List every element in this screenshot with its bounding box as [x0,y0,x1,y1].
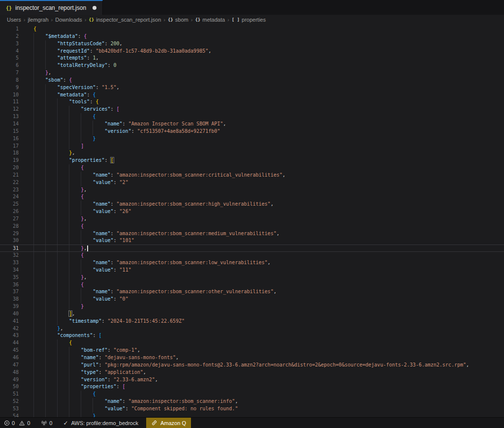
code-line-15[interactable]: 15"version": "cf513507+4ae8a58d+92271fb0… [0,128,504,135]
indent-guide [57,252,58,259]
code-line-43[interactable]: 43"components": [ [0,332,504,339]
indent-guide [69,252,69,259]
ports-indicator[interactable]: 0 [38,418,55,428]
code-line-18[interactable]: 18}, [0,150,504,157]
code-line-54[interactable]: 54} [0,413,504,417]
indent-guide [69,362,69,369]
code-line-31[interactable]: 31}, [0,245,504,252]
code-line-36[interactable]: 36{ [0,281,504,289]
code-line-4[interactable]: 4"requestId": "bb420bdf-1c57-48d9-b2db-3… [0,48,504,55]
json-string: "1.5" [101,85,116,90]
code-line-11[interactable]: 11"tools": { [0,98,504,106]
code-line-21[interactable]: 21"name": "amazon:inspector:sbom_scanner… [0,172,504,179]
code-line-38[interactable]: 38"value": "0" [0,296,504,303]
code-line-28[interactable]: 28{ [0,223,504,230]
code-line-2[interactable]: 2"$metadata": { [0,33,504,40]
breadcrumb-item[interactable]: {}metadata [195,17,225,23]
code-editor[interactable]: 1{2"$metadata": {3"httpStatusCode": 200,… [0,25,504,417]
code-line-16[interactable]: 16} [0,135,504,143]
code-line-8[interactable]: 8"sbom": { [0,77,504,84]
json-token: , [84,275,87,280]
tab-inspector-scan-report[interactable]: {} inspector_scan_report.json [0,0,103,15]
code-line-35[interactable]: 35}, [0,274,504,281]
indent-guide [69,405,69,413]
line-content: }, [23,325,504,333]
breadcrumb-item[interactable]: Downloads [55,17,82,23]
indent-guide [45,325,46,333]
code-line-13[interactable]: 13{ [0,113,504,121]
code-line-33[interactable]: 33"name": "amazon:inspector:sbom_scanner… [0,259,504,267]
json-key: "properties" [69,157,104,163]
line-content: { [23,164,504,172]
problems-indicator[interactable]: 0 0 [1,418,33,428]
line-content: { [23,339,504,347]
indent-guide [45,215,46,223]
code-line-23[interactable]: 23}, [0,186,504,194]
code-line-12[interactable]: 12"services": [ [0,106,504,113]
indent-guide [57,383,58,391]
code-line-10[interactable]: 10"metadata": { [0,92,504,99]
code-line-7[interactable]: 7}, [0,69,504,77]
indent-guide [57,113,58,121]
line-number: 49 [0,376,23,384]
amazon-q-badge[interactable]: Amazon Q [146,418,191,428]
breadcrumb-item[interactable]: jlemgrah [28,17,48,23]
code-line-48[interactable]: 48"type": "application", [0,369,504,376]
code-line-19[interactable]: 19"properties": [ [0,157,504,164]
code-line-26[interactable]: 26"value": "26" [0,208,504,215]
breadcrumb-item[interactable]: [ ]properties [232,17,266,23]
code-line-53[interactable]: 53"value": "Component skipped: no rules … [0,405,504,413]
breadcrumb-item[interactable]: Users [7,17,21,23]
line-number: 28 [0,223,23,230]
code-line-5[interactable]: 5"attempts": 1, [0,55,504,62]
code-line-22[interactable]: 22"value": "2" [0,179,504,186]
indent-guide [69,223,69,230]
code-line-14[interactable]: 14"name": "Amazon Inspector Scan SBOM AP… [0,121,504,128]
code-line-9[interactable]: 9"specVersion": "1.5", [0,84,504,92]
code-line-1[interactable]: 1{ [0,26,504,33]
code-line-50[interactable]: 50"properties": [ [0,383,504,391]
code-line-34[interactable]: 34"value": "11" [0,267,504,274]
code-line-42[interactable]: 42}, [0,325,504,333]
code-line-6[interactable]: 6"totalRetryDelay": 0 [0,62,504,69]
code-line-45[interactable]: 45"bom-ref": "comp-1", [0,347,504,354]
indent-guide [45,113,46,121]
code-line-20[interactable]: 20{ [0,164,504,172]
code-line-49[interactable]: 49"version": "2.33-6.amzn2", [0,376,504,384]
aws-profile-status[interactable]: ✓ AWS: profile:demo_bedrock [60,418,141,428]
tab-bar: {} inspector_scan_report.json [0,0,504,15]
code-line-25[interactable]: 25"name": "amazon:inspector:sbom_scanner… [0,201,504,208]
code-line-27[interactable]: 27}, [0,215,504,223]
json-key: "value" [93,238,113,243]
code-line-3[interactable]: 3"httpStatusCode": 200, [0,40,504,48]
code-line-41[interactable]: 41"timestamp": "2024-10-21T15:45:22.659Z… [0,318,504,325]
json-token: { [81,252,84,258]
json-token: } [93,413,95,417]
breadcrumb-label: jlemgrah [28,17,48,23]
code-line-17[interactable]: 17] [0,143,504,150]
json-key: "value" [93,296,113,302]
code-line-29[interactable]: 29"name": "amazon:inspector:sbom_scanner… [0,230,504,238]
breadcrumb-item[interactable]: {}inspector_scan_report.json [89,17,161,23]
json-key: "name" [81,355,98,360]
line-number: 21 [0,172,23,179]
indent-guide [33,40,34,48]
json-token: , [208,48,211,54]
code-line-44[interactable]: 44{ [0,339,504,347]
code-line-46[interactable]: 46"name": "dejavu-sans-mono-fonts", [0,354,504,362]
unsaved-changes-dot-icon[interactable] [93,6,96,10]
code-line-39[interactable]: 39} [0,303,504,310]
code-line-37[interactable]: 37"name": "amazon:inspector:sbom_scanner… [0,288,504,296]
json-key: "name" [93,201,110,207]
code-line-47[interactable]: 47"purl": "pkg:rpm/amazon/dejavu-sans-mo… [0,362,504,369]
code-line-51[interactable]: 51{ [0,391,504,398]
code-line-32[interactable]: 32{ [0,252,504,259]
breadcrumb-item[interactable]: {}sbom [168,17,189,23]
code-line-52[interactable]: 52"name": "amazon:inspector:sbom_scanner… [0,398,504,405]
code-line-24[interactable]: 24{ [0,193,504,201]
indent-guide [69,281,69,289]
indent-guide [69,128,69,135]
code-line-30[interactable]: 30"value": "101" [0,237,504,245]
json-token: : [114,267,120,273]
code-line-40[interactable]: 40], [0,310,504,318]
